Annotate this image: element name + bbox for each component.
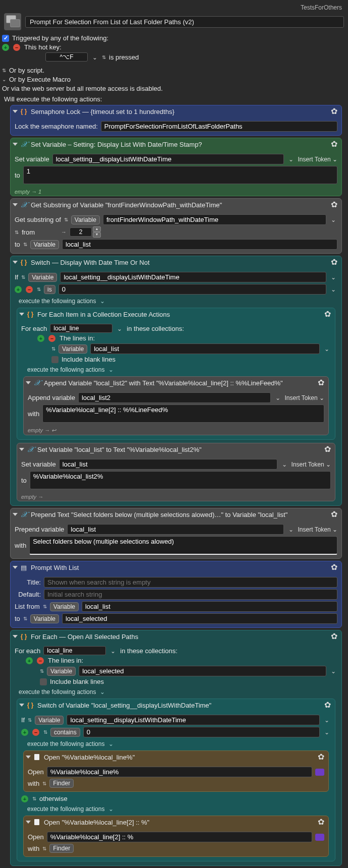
disclosure-icon[interactable] (19, 448, 24, 451)
cond-dropdown[interactable] (329, 285, 337, 293)
collection-type-select[interactable]: Variable (47, 667, 76, 676)
append-dropdown[interactable] (274, 394, 282, 401)
add-case-button[interactable] (21, 795, 28, 802)
list-var-input[interactable]: local_list (82, 601, 337, 612)
target-type-select[interactable]: Variable (30, 240, 59, 249)
remove-collection-button[interactable] (37, 657, 44, 664)
add-collection-button[interactable] (26, 657, 33, 664)
default-input[interactable]: Initial search string (44, 589, 337, 600)
gear-icon[interactable] (329, 107, 338, 116)
updown-icon[interactable] (43, 729, 47, 735)
gear-icon[interactable] (329, 510, 338, 519)
macro-title-input[interactable]: Prompt For Selection From List of Last F… (25, 16, 344, 28)
include-blank-checkbox[interactable]: ✓ (40, 678, 47, 685)
more-icon[interactable]: ⌄ (100, 688, 105, 696)
append-var-input[interactable]: local_list2 (78, 392, 271, 403)
with-app-select[interactable]: Finder (49, 779, 74, 788)
more-icon[interactable]: ⌄ (108, 366, 113, 373)
target-var-input[interactable]: local_list (62, 239, 337, 250)
updown-icon[interactable] (32, 796, 36, 801)
if-var-input[interactable]: local_setting__displayListWithDateTime (67, 715, 320, 725)
disclosure-icon[interactable] (13, 203, 18, 206)
insert-token-button[interactable]: Insert Token ⌄ (292, 461, 331, 468)
cond-dropdown[interactable] (323, 728, 331, 736)
disclosure-icon[interactable] (13, 261, 18, 264)
condition-select[interactable]: is (44, 285, 55, 294)
gear-icon[interactable] (323, 701, 332, 710)
disclosure-icon[interactable] (13, 513, 18, 516)
triggers-enabled-checkbox[interactable]: ✓ (2, 35, 9, 42)
condition-value-input[interactable]: 0 (59, 284, 326, 295)
title-input[interactable]: Shown when search string is empty (44, 577, 337, 588)
updown-icon[interactable] (42, 846, 46, 851)
chevron-down-icon[interactable]: ⌄ (2, 77, 6, 82)
prepend-dropdown[interactable] (287, 526, 295, 533)
remove-trigger-button[interactable] (13, 44, 20, 51)
to-var-input[interactable]: local_selected (62, 613, 337, 624)
updown-icon[interactable] (23, 616, 27, 621)
disclosure-icon[interactable] (26, 756, 31, 759)
remove-collection-button[interactable] (48, 335, 55, 342)
insert-token-button[interactable]: Insert Token ⌄ (298, 156, 338, 163)
collection-var-input[interactable]: local_list (90, 343, 320, 354)
if-dropdown[interactable] (323, 716, 331, 724)
gear-icon[interactable] (329, 140, 338, 149)
more-icon[interactable]: ⌄ (100, 298, 105, 305)
disclosure-icon[interactable] (13, 635, 18, 638)
gear-icon[interactable] (316, 818, 325, 827)
prepend-text-input[interactable]: Select folders below (multiple selection… (29, 536, 337, 555)
macro-icon[interactable] (4, 13, 21, 30)
hotkey-dropdown[interactable] (91, 53, 99, 61)
include-blank-checkbox[interactable]: ✓ (51, 356, 59, 363)
if-type-select[interactable]: Variable (28, 273, 57, 282)
gear-icon[interactable] (329, 258, 338, 267)
gear-icon[interactable] (329, 563, 338, 572)
with-app-select[interactable]: Finder (49, 844, 74, 853)
variable-dropdown[interactable] (287, 155, 295, 163)
loop-var-input[interactable]: local_line (50, 324, 112, 333)
variable-name-input[interactable]: local_setting__displayListWithDateTime (52, 154, 284, 164)
remove-case-button[interactable] (26, 286, 33, 293)
if-var-input[interactable]: local_setting__displayListWithDateTime (60, 272, 326, 282)
gear-icon[interactable] (329, 200, 338, 209)
source-type-select[interactable]: Variable (71, 215, 100, 224)
loop-var-dropdown[interactable] (115, 325, 124, 332)
prepend-var-input[interactable]: local_list (67, 524, 283, 535)
condition-value-input[interactable]: 0 (83, 727, 320, 737)
updown-icon[interactable] (21, 274, 25, 280)
disclosure-icon[interactable] (13, 110, 18, 113)
choose-file-button[interactable] (315, 834, 324, 841)
updown-icon[interactable] (42, 781, 46, 786)
insert-token-button[interactable]: Insert Token ⌄ (298, 526, 338, 533)
variable-value-input[interactable]: %Variable%local_list2% (30, 471, 331, 489)
disclosure-icon[interactable] (13, 143, 18, 146)
collection-var-input[interactable]: local_selected (79, 666, 326, 676)
gear-icon[interactable] (316, 378, 325, 387)
updown-icon[interactable] (64, 217, 68, 222)
open-path-input[interactable]: %Variable%local_line[2] :: % (47, 832, 312, 842)
disclosure-icon[interactable] (26, 381, 31, 384)
updown-icon[interactable] (15, 229, 19, 235)
disclosure-icon[interactable] (19, 313, 24, 316)
more-icon[interactable]: ⌄ (108, 740, 113, 747)
source-var-input[interactable]: frontFinderWindowPath_withDateTime (103, 214, 326, 225)
from-value-input[interactable]: 2 (70, 227, 92, 237)
list-type-select[interactable]: Variable (50, 602, 79, 611)
open-path-input[interactable]: %Variable%local_line% (47, 767, 312, 777)
updown-icon[interactable] (51, 346, 55, 352)
if-dropdown[interactable] (329, 273, 337, 281)
loop-var-input[interactable]: local_line (43, 646, 106, 655)
updown-icon[interactable] (43, 604, 47, 609)
gear-icon[interactable] (316, 753, 325, 762)
disclosure-icon[interactable] (26, 821, 31, 824)
remove-case-button[interactable] (32, 729, 39, 736)
choose-file-button[interactable] (315, 769, 324, 776)
loop-var-dropdown[interactable] (109, 647, 117, 655)
disclosure-icon[interactable] (19, 704, 24, 707)
if-type-select[interactable]: Variable (35, 716, 64, 725)
condition-select[interactable]: contains (50, 728, 80, 737)
collection-dropdown[interactable] (329, 667, 337, 675)
insert-token-button[interactable]: Insert Token ⌄ (285, 394, 325, 401)
script-updown-icon[interactable] (2, 68, 6, 73)
add-collection-button[interactable] (37, 335, 44, 342)
